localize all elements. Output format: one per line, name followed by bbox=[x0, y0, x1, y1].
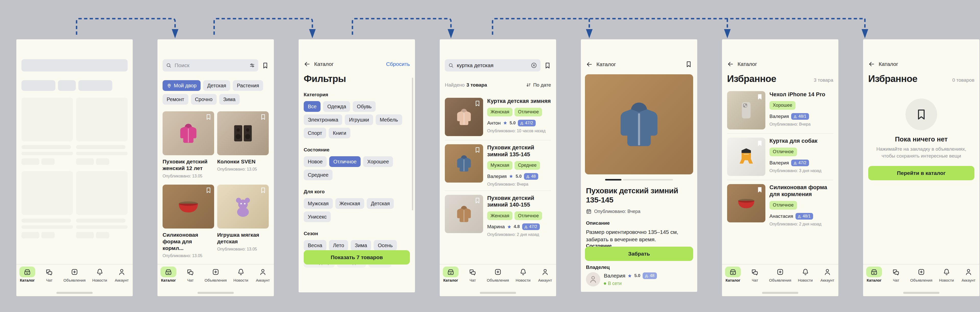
filter-chip[interactable]: Отличное bbox=[329, 156, 361, 167]
plus-square-icon bbox=[212, 268, 220, 276]
filter-chip[interactable]: Игрушки bbox=[345, 115, 373, 125]
favorite-item[interactable]: Куртка для собак Отличное Валерия д. 47/… bbox=[727, 133, 833, 180]
tab-chat[interactable]: Чат bbox=[888, 267, 904, 296]
bookmark-icon[interactable] bbox=[474, 197, 481, 204]
favorite-item[interactable]: Чехол iPhone 14 Pro Хорошее Валерия д. 4… bbox=[727, 87, 833, 133]
bowl-image bbox=[736, 193, 756, 213]
product-card[interactable]: Пуховик детский женский 12 лет Опубликов… bbox=[162, 111, 214, 178]
owner-row[interactable]: Валерия 5.0 д. 48 В сети bbox=[586, 272, 657, 287]
filter-chip[interactable]: Женская bbox=[335, 198, 364, 209]
back-icon[interactable] bbox=[586, 61, 593, 68]
chip-repair[interactable]: Ремонт bbox=[162, 94, 188, 105]
filter-chip[interactable]: Мужская bbox=[304, 198, 333, 209]
chip-plants[interactable]: Растения bbox=[233, 80, 263, 91]
audience-chips: Мужская Женская Детская Унисекс bbox=[304, 198, 410, 222]
tab-account[interactable]: Аккаунт bbox=[537, 267, 553, 296]
favorites-button[interactable] bbox=[544, 62, 551, 69]
filter-chip[interactable]: Детская bbox=[367, 198, 394, 209]
filter-chip[interactable]: Одежда bbox=[323, 101, 350, 112]
filter-chip[interactable]: Все bbox=[304, 101, 321, 112]
tab-catalog[interactable]: Каталог bbox=[19, 267, 35, 296]
filter-chip[interactable]: Весна bbox=[304, 240, 326, 251]
filter-chip[interactable]: Мебель bbox=[375, 115, 402, 125]
home-indicator bbox=[56, 292, 93, 294]
result-item[interactable]: Пуховик детский зимний 140-155 Женская О… bbox=[445, 191, 551, 241]
chip-urgent[interactable]: Срочно bbox=[191, 94, 217, 105]
tab-chat[interactable]: Чат bbox=[41, 267, 57, 296]
back-icon[interactable] bbox=[304, 61, 310, 67]
favorites-button[interactable] bbox=[262, 62, 269, 69]
bookmark-icon[interactable] bbox=[205, 114, 212, 120]
bookmark-icon[interactable] bbox=[260, 187, 266, 194]
search-input[interactable] bbox=[456, 62, 528, 69]
back-icon[interactable] bbox=[727, 61, 734, 67]
sort-control[interactable]: По дате bbox=[526, 82, 551, 88]
favorite-item[interactable]: Силиконовая форма для кормления Отличное… bbox=[727, 180, 833, 230]
tab-catalog[interactable]: Каталог bbox=[725, 267, 741, 296]
clear-search-icon[interactable] bbox=[531, 62, 537, 69]
bookmark-icon[interactable] bbox=[474, 146, 481, 153]
bookmark-filled-icon[interactable] bbox=[756, 186, 763, 193]
filter-chip[interactable]: Среднее bbox=[304, 170, 332, 180]
filter-chip[interactable]: Хорошее bbox=[363, 156, 393, 167]
tab-account[interactable]: Аккаунт bbox=[255, 267, 271, 296]
tab-news[interactable]: Новости bbox=[797, 267, 813, 296]
filter-chip[interactable]: Новое bbox=[304, 156, 327, 167]
filter-chip[interactable]: Унисекс bbox=[304, 212, 331, 222]
claim-button[interactable]: Забрать bbox=[585, 247, 693, 261]
chip-my-yard[interactable]: Мой двор bbox=[162, 80, 200, 91]
bookmark-button[interactable] bbox=[685, 61, 692, 68]
filter-chip[interactable]: Зима bbox=[351, 240, 371, 251]
tab-account[interactable]: Аккаунт bbox=[819, 267, 835, 296]
tab-catalog[interactable]: Каталог bbox=[161, 267, 177, 296]
tab-catalog[interactable]: Каталог bbox=[443, 267, 458, 296]
result-item[interactable]: Куртка детская зимняя Женская Отличное А… bbox=[445, 94, 551, 140]
tab-chat[interactable]: Чат bbox=[465, 267, 480, 296]
product-card[interactable]: Игрушка мягкая детская Опубликовано: 13.… bbox=[217, 185, 269, 258]
tab-catalog[interactable]: Каталог bbox=[866, 267, 882, 296]
address-badge: д. 48/1 bbox=[791, 113, 809, 120]
reset-link[interactable]: Сбросить bbox=[386, 61, 410, 67]
scrollbar[interactable] bbox=[412, 78, 413, 210]
tab-news[interactable]: Новости bbox=[92, 267, 108, 296]
address-badge: д. 48 bbox=[524, 173, 538, 180]
filter-chip[interactable]: Обувь bbox=[353, 101, 375, 112]
search-bar[interactable] bbox=[445, 59, 541, 72]
bookmark-icon[interactable] bbox=[260, 114, 266, 120]
bell-icon bbox=[96, 268, 103, 276]
bookmark-icon[interactable] bbox=[205, 187, 212, 194]
description-text: Размер ориентировочно 135–145 см, забира… bbox=[586, 229, 692, 243]
tab-news[interactable]: Новости bbox=[515, 267, 531, 296]
bell-icon bbox=[519, 268, 527, 276]
search-bar[interactable] bbox=[162, 59, 258, 72]
filter-chip[interactable]: Лето bbox=[329, 240, 348, 251]
bookmark-filled-icon[interactable] bbox=[756, 94, 763, 100]
chip-kids[interactable]: Детская bbox=[203, 80, 230, 91]
tab-chat[interactable]: Чат bbox=[747, 267, 763, 296]
tab-account[interactable]: Аккаунт bbox=[961, 267, 977, 296]
tab-chat[interactable]: Чат bbox=[183, 267, 198, 296]
filters-icon[interactable] bbox=[249, 62, 255, 68]
filter-chip[interactable]: Электроника bbox=[304, 115, 342, 125]
chip-winter[interactable]: Зима bbox=[219, 94, 240, 105]
result-item[interactable]: Пуховик детский зимний 135-145 Мужская С… bbox=[445, 140, 551, 191]
filter-chip[interactable]: Осень bbox=[374, 240, 396, 251]
bookmark-icon[interactable] bbox=[474, 100, 481, 107]
show-results-button[interactable]: Показать 7 товаров bbox=[304, 250, 410, 264]
product-card[interactable]: Колонки SVEN Опубликовано: 13.05 bbox=[217, 111, 269, 178]
tab-news[interactable]: Новости bbox=[939, 267, 955, 296]
header-title: Каталог bbox=[597, 61, 616, 67]
back-icon[interactable] bbox=[868, 61, 875, 67]
filter-chip[interactable]: Спорт bbox=[304, 128, 326, 138]
go-to-catalog-button[interactable]: Перейти в каталог bbox=[868, 166, 974, 180]
published-date: Опубликовано: 13.05 bbox=[162, 253, 214, 258]
filter-chip[interactable]: Книги bbox=[329, 128, 350, 138]
tab-account[interactable]: Аккаунт bbox=[114, 267, 130, 296]
product-photo[interactable] bbox=[585, 74, 693, 174]
person-icon bbox=[259, 268, 267, 276]
phone-case-image bbox=[736, 100, 756, 120]
product-card[interactable]: Силиконовая форма для кормл... Опубликов… bbox=[162, 185, 214, 258]
bookmark-filled-icon[interactable] bbox=[756, 140, 763, 146]
tab-news[interactable]: Новости bbox=[233, 267, 249, 296]
search-input[interactable] bbox=[174, 62, 247, 69]
